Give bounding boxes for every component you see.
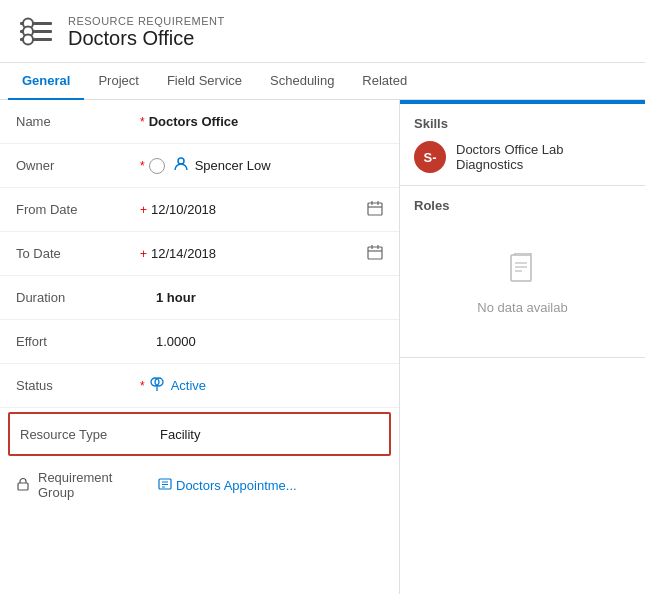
skills-title: Skills	[414, 116, 631, 131]
status-required-marker: *	[140, 379, 145, 393]
skill-name: Doctors Office Lab Diagnostics	[456, 142, 631, 172]
duration-field-row: Duration 1 hour	[0, 276, 399, 320]
name-required-marker: *	[140, 115, 145, 129]
owner-required-marker: *	[140, 159, 145, 173]
duration-value: 1 hour	[156, 290, 383, 305]
left-panel: Name * Doctors Office Owner * Spencer Lo…	[0, 100, 400, 594]
lock-icon	[16, 477, 30, 494]
skill-item: S- Doctors Office Lab Diagnostics	[414, 141, 631, 173]
to-date-calendar-icon[interactable]	[367, 244, 383, 263]
resource-type-field-row: Resource Type Facility	[8, 412, 391, 456]
svg-point-6	[178, 158, 184, 164]
resource-type-value: Facility	[160, 427, 379, 442]
main-content: Name * Doctors Office Owner * Spencer Lo…	[0, 100, 645, 594]
owner-icons	[149, 158, 165, 174]
svg-rect-23	[511, 255, 531, 281]
header-text: RESOURCE REQUIREMENT Doctors Office	[68, 15, 225, 50]
status-icon	[149, 376, 165, 395]
no-data-area: No data availab	[414, 223, 631, 345]
name-label: Name	[16, 114, 136, 129]
roles-section: Roles No data availab	[400, 186, 645, 358]
header-icon	[16, 12, 56, 52]
req-group-row: Requirement Group Doctors Appointme...	[0, 460, 399, 510]
req-group-icon	[158, 477, 172, 494]
right-panel: Skills S- Doctors Office Lab Diagnostics…	[400, 100, 645, 594]
svg-rect-18	[18, 483, 28, 490]
no-data-text: No data availab	[477, 300, 567, 315]
skill-avatar: S-	[414, 141, 446, 173]
to-date-label: To Date	[16, 246, 136, 261]
person-icon	[173, 156, 189, 175]
header-title: Doctors Office	[68, 27, 225, 50]
effort-label: Effort	[16, 334, 136, 349]
page-header: RESOURCE REQUIREMENT Doctors Office	[0, 0, 645, 63]
req-group-label: Requirement Group	[38, 470, 150, 500]
circle-icon	[149, 158, 165, 174]
status-value: Active	[149, 376, 383, 395]
skills-section: Skills S- Doctors Office Lab Diagnostics	[400, 104, 645, 186]
from-date-label: From Date	[16, 202, 136, 217]
from-date-value: 12/10/2018	[151, 200, 383, 219]
status-field-row: Status * Active	[0, 364, 399, 408]
resource-type-label: Resource Type	[20, 427, 140, 442]
to-date-value: 12/14/2018	[151, 244, 383, 263]
header-subtitle: RESOURCE REQUIREMENT	[68, 15, 225, 27]
svg-rect-11	[368, 247, 382, 259]
status-label: Status	[16, 378, 136, 393]
req-group-value[interactable]: Doctors Appointme...	[158, 477, 297, 494]
duration-label: Duration	[16, 290, 136, 305]
no-data-icon	[507, 253, 539, 292]
nav-tabs: General Project Field Service Scheduling…	[0, 63, 645, 100]
tab-general[interactable]: General	[8, 63, 84, 100]
from-date-field-row: From Date + 12/10/2018	[0, 188, 399, 232]
owner-label: Owner	[16, 158, 136, 173]
to-date-required-marker: +	[140, 247, 147, 261]
roles-title: Roles	[414, 198, 631, 213]
effort-value: 1.0000	[156, 334, 383, 349]
effort-field-row: Effort 1.0000	[0, 320, 399, 364]
svg-point-5	[23, 35, 33, 45]
owner-name[interactable]: Spencer Low	[195, 158, 271, 173]
from-date-required-marker: +	[140, 203, 147, 217]
tab-project[interactable]: Project	[84, 63, 152, 100]
owner-field-row: Owner * Spencer Low	[0, 144, 399, 188]
tab-scheduling[interactable]: Scheduling	[256, 63, 348, 100]
tab-field-service[interactable]: Field Service	[153, 63, 256, 100]
tab-related[interactable]: Related	[348, 63, 421, 100]
to-date-field-row: To Date + 12/14/2018	[0, 232, 399, 276]
name-value: Doctors Office	[149, 114, 383, 129]
from-date-calendar-icon[interactable]	[367, 200, 383, 219]
name-field-row: Name * Doctors Office	[0, 100, 399, 144]
owner-value: Spencer Low	[149, 156, 383, 175]
svg-rect-7	[368, 203, 382, 215]
